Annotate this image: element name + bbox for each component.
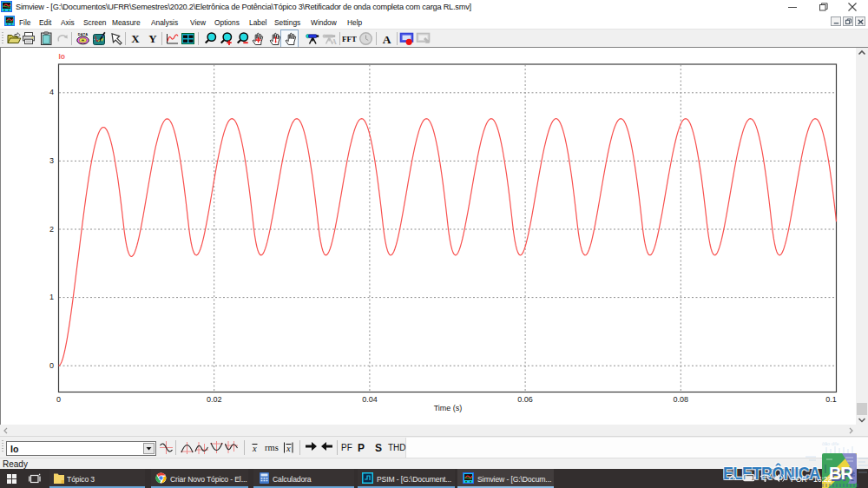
svg-text:x: x xyxy=(252,444,257,453)
svg-text:ôão dife: ôão dife xyxy=(822,441,839,446)
svg-text:x: x xyxy=(286,444,291,453)
